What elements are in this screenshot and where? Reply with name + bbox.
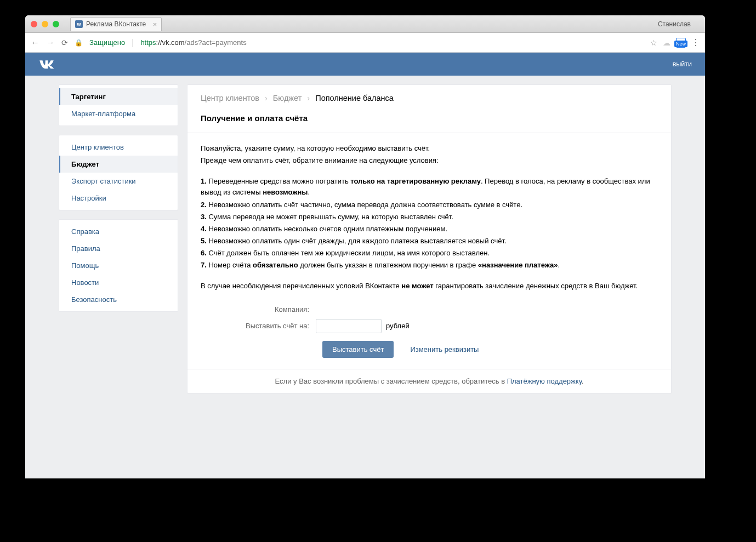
breadcrumb-current: Пополнение баланса xyxy=(315,94,394,102)
address-bar[interactable]: https://vk.com/ads?act=payments xyxy=(140,38,644,47)
intro-line-2: Прежде чем оплатить счёт, обратите внима… xyxy=(201,155,658,166)
minimize-window-button[interactable] xyxy=(42,21,48,27)
sidebar: Таргетинг Маркет-платформа Центр клиенто… xyxy=(59,84,178,393)
page-body: выйти Таргетинг Маркет-платформа Центр к… xyxy=(25,53,705,478)
logout-link[interactable]: выйти xyxy=(673,60,692,68)
currency-label: рублей xyxy=(386,322,410,330)
sidebar-block-2: Центр клиентов Бюджет Экспорт статистики… xyxy=(59,135,178,210)
sidebar-item-targeting[interactable]: Таргетинг xyxy=(59,88,178,105)
sidebar-item-market-platform[interactable]: Маркет-платформа xyxy=(59,105,178,122)
sidebar-item-security[interactable]: Безопасность xyxy=(59,291,178,308)
content-wrapper: Таргетинг Маркет-платформа Центр клиенто… xyxy=(59,84,672,393)
sidebar-item-support[interactable]: Помощь xyxy=(59,257,178,274)
sidebar-item-client-center[interactable]: Центр клиентов xyxy=(59,139,178,156)
sidebar-item-export-stats[interactable]: Экспорт статистики xyxy=(59,173,178,190)
breadcrumb: Центр клиентов › Бюджет › Пополнение бал… xyxy=(187,85,671,102)
sidebar-item-rules[interactable]: Правила xyxy=(59,240,178,257)
main-panel: Центр клиентов › Бюджет › Пополнение бал… xyxy=(187,84,672,393)
section-title: Получение и оплата счёта xyxy=(187,102,671,128)
vk-favicon-icon: w xyxy=(75,20,83,28)
footer-note: Если у Вас возникли проблемы с зачислени… xyxy=(187,369,671,393)
maximize-window-button[interactable] xyxy=(53,21,59,27)
rule-7: 7. Номер счёта обязательно должен быть у… xyxy=(201,260,658,271)
warning-text: В случае несоблюдения перечисленных усло… xyxy=(201,281,658,292)
sidebar-item-budget[interactable]: Бюджет xyxy=(59,156,178,173)
sidebar-item-help[interactable]: Справка xyxy=(59,223,178,240)
intro-line-1: Пожалуйста, укажите сумму, на которую не… xyxy=(201,143,658,154)
secure-label: Защищено xyxy=(89,38,125,47)
rule-5: 5. Невозможно оплатить один счёт дважды,… xyxy=(201,236,658,247)
sidebar-block-1: Таргетинг Маркет-платформа xyxy=(59,84,178,126)
bookmark-star-icon[interactable]: ☆ xyxy=(650,38,657,47)
close-tab-icon[interactable]: × xyxy=(153,20,157,28)
vk-logo-icon[interactable] xyxy=(38,59,55,69)
breadcrumb-client-center[interactable]: Центр клиентов xyxy=(201,94,259,102)
cloud-icon[interactable]: ☁ xyxy=(663,38,670,47)
change-requisites-link[interactable]: Изменить реквизиты xyxy=(410,345,479,353)
vk-header: выйти xyxy=(25,53,705,76)
rule-3: 3. Сумма перевода не может превышать сум… xyxy=(201,212,658,222)
close-window-button[interactable] xyxy=(31,21,37,27)
chevron-right-icon: › xyxy=(307,94,310,102)
browser-toolbar: ← → ⟳ 🔒 Защищено | https://vk.com/ads?ac… xyxy=(25,33,705,53)
breadcrumb-budget[interactable]: Бюджет xyxy=(273,94,302,102)
payment-support-link[interactable]: Платёжную поддержку xyxy=(507,377,582,385)
sidebar-block-3: Справка Правила Помощь Новости Безопасно… xyxy=(59,219,178,312)
window-controls xyxy=(31,21,59,27)
rule-4: 4. Невозможно оплатить несколько счетов … xyxy=(201,224,658,235)
chevron-right-icon: › xyxy=(265,94,268,102)
sidebar-item-settings[interactable]: Настройки xyxy=(59,190,178,207)
browser-menu-icon[interactable]: ⋮ xyxy=(691,37,700,48)
company-label: Компания: xyxy=(201,305,316,313)
extension-badge[interactable]: New xyxy=(676,38,686,48)
tab-title: Реклама ВКонтакте xyxy=(86,20,146,28)
invoice-amount-label: Выставить счёт на: xyxy=(201,322,316,330)
body-text: Пожалуйста, укажите сумму, на которую не… xyxy=(187,133,671,303)
browser-tab[interactable]: w Реклама ВКонтакте × xyxy=(70,17,162,31)
reload-button[interactable]: ⟳ xyxy=(61,38,68,47)
rule-2: 2. Невозможно оплатить счёт частично, су… xyxy=(201,199,658,210)
invoice-form: Компания: Выставить счёт на: рублей Выст… xyxy=(187,303,671,369)
browser-window: w Реклама ВКонтакте × Станислав ← → ⟳ 🔒 … xyxy=(25,15,705,478)
rule-6: 6. Счёт должен быть оплачен тем же юриди… xyxy=(201,248,658,259)
chrome-profile-name[interactable]: Станислав xyxy=(658,20,700,28)
lock-icon: 🔒 xyxy=(75,39,83,47)
toolbar-icons: ☆ ☁ New ⋮ xyxy=(650,37,700,48)
rule-1: 1. Переведенные средства можно потратить… xyxy=(201,176,658,198)
invoice-amount-input[interactable] xyxy=(316,319,382,333)
sidebar-item-news[interactable]: Новости xyxy=(59,274,178,291)
titlebar: w Реклама ВКонтакте × Станислав xyxy=(25,15,705,33)
forward-button[interactable]: → xyxy=(46,38,55,48)
submit-invoice-button[interactable]: Выставить счёт xyxy=(322,341,394,358)
back-button[interactable]: ← xyxy=(31,38,39,48)
